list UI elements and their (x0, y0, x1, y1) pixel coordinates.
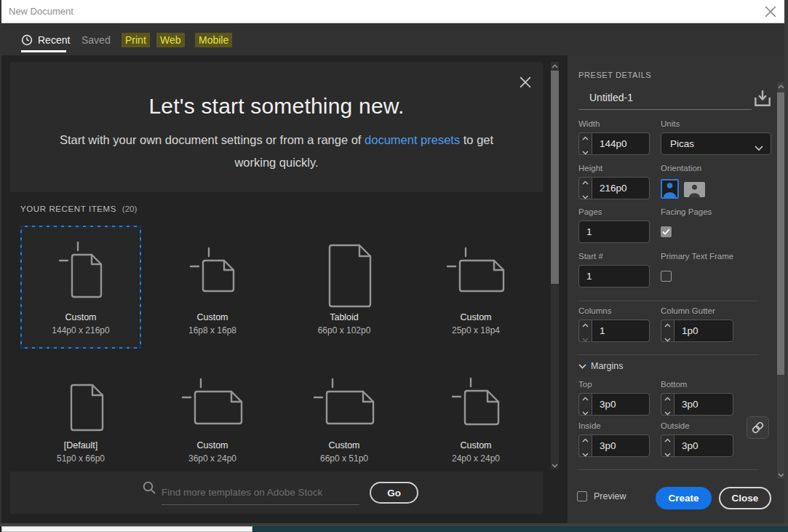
tab-web[interactable]: Web (156, 33, 185, 47)
banner-subtitle: Start with your own document settings or… (58, 129, 495, 174)
stepper-down-icon[interactable] (582, 332, 589, 345)
recent-item-card[interactable]: Tabloid66p0 x 102p0 (284, 226, 405, 349)
preview-checkbox[interactable] (577, 491, 587, 501)
close-button[interactable]: Close (719, 487, 771, 509)
tab-saved-label: Saved (81, 34, 111, 46)
margin-top-stepper[interactable] (578, 393, 592, 416)
orientation-portrait-icon[interactable] (661, 179, 679, 199)
recent-item-dims: 25p0 x 18p4 (452, 325, 500, 336)
dialog-close-icon[interactable] (765, 6, 776, 17)
width-stepper[interactable] (578, 132, 592, 155)
stepper-down-icon[interactable] (582, 145, 589, 158)
search-input[interactable] (162, 480, 359, 504)
tab-print[interactable]: Print (122, 33, 150, 47)
recent-item-card[interactable]: Custom16p8 x 16p8 (152, 226, 273, 349)
columns-stepper[interactable] (578, 319, 592, 342)
stepper-up-icon[interactable] (582, 317, 589, 330)
scroll-up-icon[interactable] (551, 62, 559, 70)
columns-input[interactable] (592, 319, 650, 342)
margin-bottom-stepper[interactable] (661, 393, 674, 416)
margin-inside-input[interactable] (592, 434, 650, 457)
stepper-up-icon[interactable] (664, 432, 671, 445)
clock-icon (21, 34, 33, 46)
margin-top-input[interactable] (592, 393, 650, 416)
width-label: Width (578, 119, 600, 128)
stepper-up-icon[interactable] (664, 317, 671, 330)
recent-item-card[interactable]: Custom66p0 x 51p0 (284, 362, 405, 471)
document-presets-link[interactable]: document presets (365, 133, 460, 146)
margin-outside-input[interactable] (674, 434, 733, 457)
preset-name-field[interactable]: Untitled-1 (589, 92, 633, 103)
column-gutter-input[interactable] (674, 319, 733, 342)
stepper-up-icon[interactable] (582, 130, 589, 143)
chevron-down-icon (578, 364, 586, 369)
margins-section-toggle[interactable]: Margins (578, 361, 623, 371)
scroll-up-icon[interactable] (777, 82, 784, 90)
panel-scrollbar-thumb[interactable] (777, 92, 784, 375)
scroll-down-icon[interactable] (777, 471, 784, 479)
document-page-icon (55, 369, 107, 434)
scroll-down-icon[interactable] (551, 461, 559, 469)
pages-input[interactable] (578, 221, 650, 243)
margin-bottom-input[interactable] (674, 393, 733, 416)
tab-recent-label: Recent (38, 33, 70, 47)
main-scrollbar[interactable] (551, 62, 559, 469)
margin-outside-label: Outside (661, 421, 690, 430)
recent-item-dims: 36p0 x 24p0 (188, 453, 236, 464)
panel-scrollbar[interactable] (777, 82, 784, 479)
document-page-icon (444, 245, 508, 295)
recent-item-name: Custom (328, 440, 359, 450)
stepper-up-icon[interactable] (582, 432, 589, 445)
dialog-title: New Document (9, 6, 73, 17)
recent-item-icon-area (285, 227, 403, 312)
tab-mobile[interactable]: Mobile (195, 33, 232, 47)
tab-saved[interactable]: Saved (81, 33, 111, 47)
stepper-up-icon[interactable] (664, 391, 671, 404)
margin-inside-stepper[interactable] (578, 434, 592, 457)
margin-outside-stepper[interactable] (661, 434, 674, 457)
recent-item-dims: 66p0 x 51p0 (320, 453, 368, 464)
app-background-edge (0, 0, 1, 523)
height-input[interactable] (592, 177, 650, 199)
recent-item-name: Custom (196, 312, 228, 322)
stepper-down-icon[interactable] (582, 447, 589, 460)
facing-pages-label: Facing Pages (661, 207, 712, 216)
units-dropdown[interactable]: Picas (661, 132, 771, 155)
primary-text-frame-checkbox[interactable] (661, 271, 672, 282)
recent-item-card[interactable]: [Default]51p0 x 66p0 (20, 362, 141, 471)
panel-divider (577, 469, 759, 470)
main-scrollbar-thumb[interactable] (551, 71, 559, 284)
orientation-landscape-icon[interactable] (684, 182, 705, 197)
recent-item-card[interactable]: Custom144p0 x 216p0 (20, 226, 141, 349)
stepper-down-icon[interactable] (582, 405, 589, 418)
column-gutter-label: Column Gutter (661, 306, 715, 315)
document-page-icon (187, 245, 238, 295)
create-button[interactable]: Create (656, 487, 712, 509)
height-stepper[interactable] (578, 177, 592, 199)
width-input[interactable] (592, 132, 650, 155)
app-background-pasteboard (252, 526, 788, 532)
stepper-up-icon[interactable] (582, 175, 589, 188)
start-number-input[interactable] (578, 265, 650, 287)
link-margins-button[interactable] (747, 416, 769, 439)
stepper-down-icon[interactable] (664, 405, 671, 418)
recent-item-card[interactable]: Custom36p0 x 24p0 (152, 362, 273, 471)
stepper-down-icon[interactable] (664, 332, 671, 345)
banner-close-icon[interactable] (520, 76, 531, 88)
recent-items-heading-text: YOUR RECENT ITEMS (20, 205, 116, 213)
active-tab-underline (21, 50, 66, 52)
tab-recent[interactable]: Recent (21, 33, 70, 47)
recent-item-card[interactable]: Custom24p0 x 24p0 (415, 362, 536, 471)
column-gutter-stepper[interactable] (661, 319, 674, 342)
margin-bottom-control (661, 393, 733, 416)
stepper-up-icon[interactable] (582, 391, 589, 404)
facing-pages-checkbox[interactable] (661, 226, 672, 237)
recent-item-card[interactable]: Custom25p0 x 18p4 (415, 226, 536, 349)
recent-item-icon-area (154, 227, 271, 312)
stepper-down-icon[interactable] (582, 189, 589, 202)
go-button[interactable]: Go (370, 482, 418, 504)
banner-title: Let's start something new. (10, 94, 543, 119)
stepper-down-icon[interactable] (664, 447, 671, 460)
hero-banner: Let's start something new. Start with yo… (10, 62, 543, 192)
save-preset-icon[interactable] (752, 88, 773, 108)
